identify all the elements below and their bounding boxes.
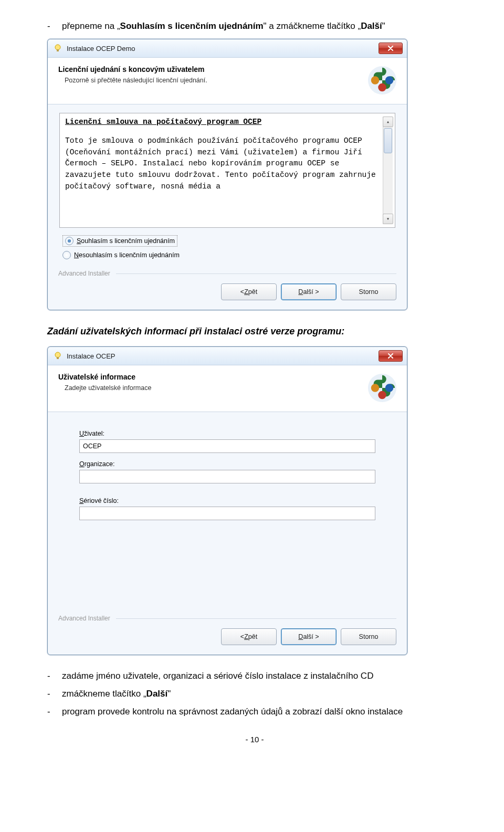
close-button[interactable] bbox=[379, 43, 403, 54]
titlebar[interactable]: Instalace OCEP bbox=[48, 347, 407, 365]
bullet-text: zadáme jméno uživatele, organizaci a sér… bbox=[62, 671, 462, 681]
scroll-thumb[interactable] bbox=[384, 128, 392, 153]
svg-point-6 bbox=[55, 352, 60, 357]
puzzle-logo-icon bbox=[367, 65, 397, 96]
svg-point-5 bbox=[378, 83, 386, 91]
close-button[interactable] bbox=[379, 350, 403, 362]
window-title: Instalace OCEP Demo bbox=[67, 45, 379, 52]
titlebar[interactable]: Instalace OCEP Demo bbox=[48, 39, 407, 58]
bullet-text: zmáčkneme tlačítko „Další" bbox=[62, 689, 462, 699]
license-text-box[interactable]: Licenční smlouva na počítačový program O… bbox=[59, 113, 395, 228]
advanced-installer-label: Advanced Installer bbox=[58, 615, 396, 622]
bullet-dash: - bbox=[47, 21, 62, 31]
user-label: Uživatel: bbox=[79, 430, 375, 437]
bullet-text: program provede kontrolu na správnost za… bbox=[62, 707, 462, 717]
scrollbar[interactable]: ▴ ▾ bbox=[383, 117, 393, 224]
puzzle-logo-icon bbox=[367, 373, 397, 403]
org-input[interactable] bbox=[79, 470, 375, 483]
next-button[interactable]: Další > bbox=[281, 283, 337, 300]
page-number: - 10 - bbox=[47, 735, 462, 744]
svg-point-4 bbox=[385, 76, 393, 84]
serial-label: Sériové číslo: bbox=[79, 497, 375, 504]
svg-point-10 bbox=[385, 384, 393, 392]
installer-window-userinfo: Instalace OCEP Uživatelské informace Zad… bbox=[47, 346, 407, 655]
installer-window-license: Instalace OCEP Demo Licenční ujednání s … bbox=[47, 39, 407, 310]
user-input[interactable] bbox=[79, 439, 375, 453]
radio-icon[interactable] bbox=[62, 251, 71, 259]
license-body: Toto je smlouva o podmínkách používání p… bbox=[65, 135, 383, 193]
advanced-installer-label: Advanced Installer bbox=[58, 270, 396, 277]
next-button[interactable]: Další > bbox=[281, 628, 337, 645]
back-button[interactable]: < Zpět bbox=[221, 283, 277, 300]
window-title: Instalace OCEP bbox=[67, 352, 379, 360]
radio-disagree[interactable]: Nesouhlasím s licenčním ujednáním bbox=[62, 251, 395, 259]
back-button[interactable]: < Zpět bbox=[221, 628, 277, 645]
svg-point-3 bbox=[371, 76, 379, 84]
header-title: Licenční ujednání s koncovým uživatelem bbox=[58, 65, 362, 73]
section-heading: Zadání uživatelských informací při insta… bbox=[47, 326, 462, 337]
bullet-text: přepneme na „Souhlasím s licenčním ujedn… bbox=[62, 21, 462, 31]
cancel-button[interactable]: Storno bbox=[341, 628, 396, 645]
bullet-dash: - bbox=[47, 671, 62, 681]
cancel-button[interactable]: Storno bbox=[341, 283, 396, 300]
svg-point-11 bbox=[378, 391, 386, 399]
header-title: Uživatelské informace bbox=[58, 373, 362, 381]
svg-rect-7 bbox=[57, 357, 59, 359]
svg-point-0 bbox=[55, 45, 60, 50]
header-subtitle: Zadejte uživatelské informace bbox=[58, 384, 362, 392]
bullet-dash: - bbox=[47, 707, 62, 717]
svg-point-9 bbox=[371, 384, 379, 392]
header-subtitle: Pozorně si přečtěte následující licenční… bbox=[58, 77, 362, 84]
bullet-dash: - bbox=[47, 689, 62, 699]
lightbulb-icon bbox=[53, 351, 62, 361]
scroll-up-button[interactable]: ▴ bbox=[383, 117, 393, 127]
radio-icon[interactable] bbox=[65, 237, 74, 245]
serial-input[interactable] bbox=[79, 507, 375, 520]
org-label: Organizace: bbox=[79, 460, 375, 468]
radio-agree[interactable]: Souhlasím s licenčním ujednáním bbox=[62, 235, 177, 247]
license-heading: Licenční smlouva na počítačový program O… bbox=[65, 117, 383, 128]
lightbulb-icon bbox=[53, 44, 62, 53]
scroll-down-button[interactable]: ▾ bbox=[383, 214, 393, 224]
svg-rect-1 bbox=[57, 49, 59, 51]
